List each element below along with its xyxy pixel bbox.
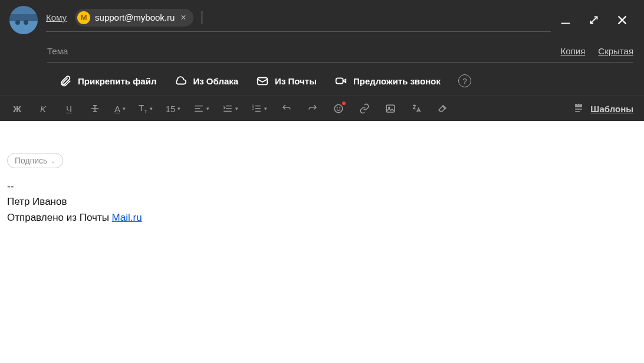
undo-button[interactable] (280, 102, 293, 115)
templates-icon (573, 103, 584, 115)
align-button[interactable]: ▾ (193, 102, 209, 115)
text-color-button[interactable]: A ▾ (114, 102, 126, 115)
signature-dropdown[interactable]: Подпись ⌄ (7, 153, 63, 168)
svg-point-19 (340, 107, 340, 108)
signature-sent-from: Отправлено из Почты Mail.ru (7, 210, 637, 225)
chevron-down-icon: ▾ (235, 106, 238, 112)
chevron-down-icon: ▾ (264, 106, 267, 112)
font-size-value: 15 (166, 104, 176, 114)
chevron-down-icon: ⌄ (51, 158, 55, 164)
list-button[interactable]: 12 ▾ (251, 102, 267, 115)
paperclip-icon (59, 74, 72, 87)
underline-button[interactable]: Ч (63, 102, 75, 115)
translate-icon (411, 103, 422, 114)
chevron-down-icon: ▾ (206, 106, 209, 112)
signature-separator: -- (7, 179, 637, 194)
chevron-down-icon: ▾ (178, 106, 180, 112)
svg-rect-4 (258, 78, 268, 85)
propose-call-label: Предложить звонок (353, 76, 441, 86)
attach-file-button[interactable]: Прикрепить файл (59, 74, 156, 87)
cc-links: Копия Скрытая (561, 46, 633, 56)
sent-from-prefix: Отправлено из Почты (7, 212, 112, 223)
svg-text:2: 2 (252, 107, 254, 110)
link-icon (359, 103, 370, 114)
attach-cloud-button[interactable]: Из Облака (174, 74, 238, 87)
recipient-chip[interactable]: М support@mybook.ru × (75, 9, 193, 27)
propose-call-button[interactable]: Предложить звонок (334, 74, 441, 87)
to-input[interactable] (211, 12, 234, 22)
svg-point-17 (335, 104, 343, 113)
strikethrough-button[interactable] (88, 102, 101, 115)
recipient-chip-avatar: М (77, 11, 90, 24)
eraser-icon (437, 103, 448, 114)
strikethrough-icon (90, 103, 100, 114)
window-controls (559, 14, 633, 27)
indent-button[interactable]: ▾ (222, 102, 238, 115)
attach-mail-button[interactable]: Из Почты (256, 74, 317, 87)
attach-cloud-label: Из Облака (193, 76, 238, 86)
chevron-down-icon: ▾ (123, 106, 126, 112)
expand-icon[interactable] (587, 14, 600, 27)
insert-link-button[interactable] (358, 102, 371, 115)
formatting-toolbar: Ж K Ч A ▾ TT ▾ 15 ▾ ▾ ▾ 12 ▾ (0, 96, 644, 121)
bcc-link[interactable]: Скрытая (598, 46, 633, 56)
video-icon (334, 74, 347, 87)
recipient-chip-email: support@mybook.ru (95, 12, 175, 22)
svg-rect-20 (387, 105, 395, 112)
sender-avatar[interactable] (9, 6, 38, 34)
compose-body[interactable]: Подпись ⌄ -- Петр Иванов Отправлено из П… (0, 121, 644, 357)
svg-line-1 (591, 17, 597, 24)
font-size-button[interactable]: 15 ▾ (166, 102, 181, 115)
svg-point-23 (576, 104, 577, 106)
translate-button[interactable] (410, 102, 423, 115)
chevron-down-icon: ▾ (150, 106, 153, 112)
cloud-icon (174, 74, 187, 87)
minimize-icon[interactable] (559, 14, 572, 27)
help-icon[interactable]: ? (458, 74, 471, 87)
subject-input[interactable] (47, 46, 553, 56)
envelope-icon (256, 74, 269, 87)
font-family-icon: TT (139, 103, 147, 115)
to-field-area[interactable]: Кому М support@mybook.ru × (46, 9, 551, 32)
image-icon (385, 103, 396, 114)
svg-point-24 (580, 104, 582, 106)
redo-icon (307, 103, 318, 114)
svg-rect-5 (336, 78, 343, 83)
emoji-button[interactable] (332, 102, 345, 115)
italic-button[interactable]: K (37, 102, 50, 115)
text-cursor (202, 11, 202, 24)
subject-area[interactable]: Копия Скрытая (47, 40, 633, 63)
bold-button[interactable]: Ж (11, 102, 24, 115)
templates-label: Шаблоны (590, 104, 633, 114)
svg-point-18 (337, 107, 338, 108)
sent-from-link[interactable]: Mail.ru (112, 212, 142, 223)
to-label[interactable]: Кому (46, 12, 67, 22)
font-family-button[interactable]: TT ▾ (139, 102, 153, 115)
attachment-row: Прикрепить файл Из Облака Из Почты Предл… (0, 71, 644, 96)
indent-icon (222, 103, 233, 114)
templates-button[interactable]: Шаблоны (573, 103, 633, 115)
smiley-icon (333, 103, 344, 114)
undo-icon (281, 103, 292, 114)
text-color-icon: A (114, 104, 120, 114)
close-icon[interactable] (616, 14, 629, 27)
recipient-row: Кому М support@mybook.ru × (0, 0, 644, 40)
recipient-chip-remove-icon[interactable]: × (179, 12, 187, 23)
numbered-list-icon: 12 (251, 103, 262, 114)
attach-file-label: Прикрепить файл (78, 76, 156, 86)
insert-image-button[interactable] (384, 102, 397, 115)
align-left-icon (193, 103, 204, 114)
redo-button[interactable] (306, 102, 319, 115)
subject-row: Копия Скрытая (0, 40, 644, 71)
signature-name: Петр Иванов (7, 194, 637, 210)
cc-link[interactable]: Копия (561, 46, 586, 56)
signature-label: Подпись (15, 156, 47, 165)
clear-format-button[interactable] (436, 102, 449, 115)
attach-mail-label: Из Почты (275, 76, 317, 86)
